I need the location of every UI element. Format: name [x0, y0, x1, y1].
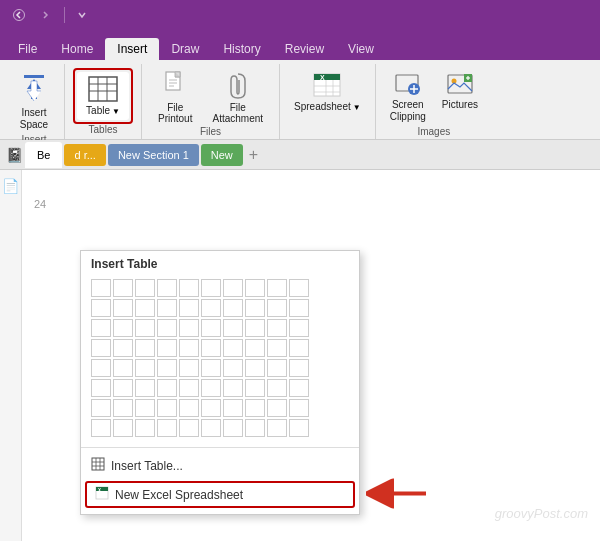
grid-cell[interactable]: [91, 359, 111, 377]
grid-cell[interactable]: [245, 279, 265, 297]
grid-cell[interactable]: [157, 419, 177, 437]
tab-section-blue[interactable]: New Section 1: [108, 144, 199, 166]
grid-cell[interactable]: [179, 419, 199, 437]
grid-cell[interactable]: [289, 279, 309, 297]
grid-cell[interactable]: [223, 339, 243, 357]
grid-cell[interactable]: [245, 399, 265, 417]
grid-cell[interactable]: [135, 379, 155, 397]
grid-cell[interactable]: [179, 279, 199, 297]
grid-cell[interactable]: [289, 399, 309, 417]
grid-cell[interactable]: [223, 299, 243, 317]
grid-cell[interactable]: [245, 379, 265, 397]
grid-cell[interactable]: [267, 359, 287, 377]
grid-cell[interactable]: [245, 319, 265, 337]
grid-row-6[interactable]: [91, 379, 349, 397]
grid-cell[interactable]: [179, 339, 199, 357]
grid-cell[interactable]: [113, 279, 133, 297]
grid-cell[interactable]: [157, 399, 177, 417]
grid-cell[interactable]: [201, 319, 221, 337]
grid-row-3[interactable]: [91, 319, 349, 337]
tab-insert[interactable]: Insert: [105, 38, 159, 60]
grid-cell[interactable]: [245, 359, 265, 377]
grid-cell[interactable]: [223, 279, 243, 297]
grid-cell[interactable]: [179, 319, 199, 337]
table-button[interactable]: Table ▼: [77, 72, 129, 120]
grid-cell[interactable]: [201, 419, 221, 437]
grid-cell[interactable]: [157, 299, 177, 317]
grid-row-5[interactable]: [91, 359, 349, 377]
grid-cell[interactable]: [113, 319, 133, 337]
grid-cell[interactable]: [289, 359, 309, 377]
grid-cell[interactable]: [135, 419, 155, 437]
back-button[interactable]: [8, 4, 30, 26]
grid-cell[interactable]: [289, 339, 309, 357]
grid-cell[interactable]: [91, 339, 111, 357]
tab-notebook-title[interactable]: Be: [25, 142, 62, 168]
table-grid[interactable]: [81, 275, 359, 443]
grid-cell[interactable]: [267, 419, 287, 437]
grid-cell[interactable]: [179, 379, 199, 397]
navigation-arrows[interactable]: [8, 4, 91, 26]
grid-cell[interactable]: [113, 419, 133, 437]
grid-cell[interactable]: [245, 339, 265, 357]
forward-button[interactable]: [34, 4, 56, 26]
grid-cell[interactable]: [201, 359, 221, 377]
grid-cell[interactable]: [201, 279, 221, 297]
grid-cell[interactable]: [245, 299, 265, 317]
grid-row-8[interactable]: [91, 419, 349, 437]
grid-cell[interactable]: [91, 299, 111, 317]
file-printout-button[interactable]: File Printout: [150, 68, 200, 126]
grid-cell[interactable]: [113, 359, 133, 377]
tab-review[interactable]: Review: [273, 38, 336, 60]
grid-cell[interactable]: [223, 399, 243, 417]
grid-cell[interactable]: [201, 379, 221, 397]
grid-cell[interactable]: [179, 399, 199, 417]
grid-cell[interactable]: [223, 359, 243, 377]
tab-section-new[interactable]: New: [201, 144, 243, 166]
insert-space-button[interactable]: InsertSpace: [12, 68, 56, 134]
tab-file[interactable]: File: [6, 38, 49, 60]
grid-cell[interactable]: [135, 279, 155, 297]
grid-row-4[interactable]: [91, 339, 349, 357]
grid-cell[interactable]: [267, 319, 287, 337]
grid-cell[interactable]: [113, 339, 133, 357]
grid-cell[interactable]: [157, 319, 177, 337]
grid-cell[interactable]: [267, 279, 287, 297]
tab-home[interactable]: Home: [49, 38, 105, 60]
grid-cell[interactable]: [289, 419, 309, 437]
grid-cell[interactable]: [91, 379, 111, 397]
grid-cell[interactable]: [179, 299, 199, 317]
grid-cell[interactable]: [201, 299, 221, 317]
grid-cell[interactable]: [267, 339, 287, 357]
grid-row-7[interactable]: [91, 399, 349, 417]
tab-history[interactable]: History: [211, 38, 272, 60]
grid-cell[interactable]: [113, 299, 133, 317]
grid-cell[interactable]: [289, 319, 309, 337]
screen-clipping-button[interactable]: ScreenClipping: [384, 68, 432, 126]
grid-cell[interactable]: [289, 299, 309, 317]
grid-cell[interactable]: [267, 299, 287, 317]
grid-cell[interactable]: [267, 399, 287, 417]
grid-cell[interactable]: [91, 419, 111, 437]
grid-cell[interactable]: [223, 379, 243, 397]
tabs-more-button[interactable]: +: [245, 146, 262, 164]
pictures-button[interactable]: Pictures: [436, 68, 484, 114]
grid-cell[interactable]: [113, 379, 133, 397]
grid-cell[interactable]: [157, 339, 177, 357]
grid-cell[interactable]: [223, 319, 243, 337]
grid-cell[interactable]: [157, 379, 177, 397]
grid-row-2[interactable]: [91, 299, 349, 317]
grid-cell[interactable]: [201, 339, 221, 357]
grid-cell[interactable]: [135, 399, 155, 417]
grid-cell[interactable]: [91, 319, 111, 337]
grid-cell[interactable]: [223, 419, 243, 437]
grid-cell[interactable]: [201, 399, 221, 417]
notebook-icon[interactable]: 📓: [6, 147, 23, 163]
grid-cell[interactable]: [179, 359, 199, 377]
grid-cell[interactable]: [135, 299, 155, 317]
grid-cell[interactable]: [91, 279, 111, 297]
grid-cell[interactable]: [245, 419, 265, 437]
grid-cell[interactable]: [157, 279, 177, 297]
quick-access-dropdown[interactable]: [73, 6, 91, 24]
grid-cell[interactable]: [91, 399, 111, 417]
